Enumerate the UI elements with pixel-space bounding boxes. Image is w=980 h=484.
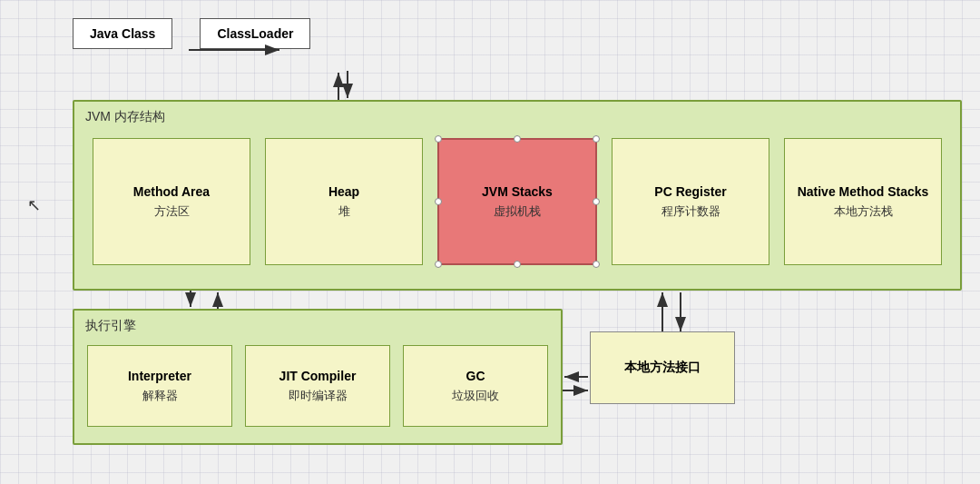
top-section: Java Class ClassLoader xyxy=(73,18,310,49)
jit-sub: 即时编译器 xyxy=(289,387,348,406)
handle-left-center xyxy=(435,198,442,205)
jvm-outer-box: JVM 内存结构 Method Area 方法区 Heap 堆 JVM Stac… xyxy=(73,100,962,291)
handle-top-center xyxy=(514,135,521,143)
method-area-sub: 方法区 xyxy=(154,202,190,222)
handle-right-center xyxy=(593,198,600,205)
method-area-title: Method Area xyxy=(133,182,210,202)
classloader-box: ClassLoader xyxy=(200,18,310,49)
handle-top-right xyxy=(593,135,600,143)
native-interface-box[interactable]: 本地方法接口 xyxy=(590,331,735,404)
exec-inner-boxes: Interpreter 解释器 JIT Compiler 即时编译器 GC 垃圾… xyxy=(87,345,548,427)
exec-label: 执行引擎 xyxy=(85,318,136,334)
cursor-icon: ↖ xyxy=(27,195,41,215)
java-class-label: Java Class xyxy=(90,26,155,41)
native-stacks-title: Native Method Stacks xyxy=(798,182,929,202)
pc-register-box[interactable]: PC Register 程序计数器 xyxy=(612,138,769,265)
interpreter-box[interactable]: Interpreter 解释器 xyxy=(87,345,232,427)
jvm-stacks-sub: 虚拟机栈 xyxy=(494,202,541,222)
handle-bottom-center xyxy=(514,261,521,268)
method-area-box[interactable]: Method Area 方法区 xyxy=(93,138,250,265)
heap-box[interactable]: Heap 堆 xyxy=(265,138,423,265)
handle-bottom-left xyxy=(435,261,442,268)
jvm-label: JVM 内存结构 xyxy=(85,109,165,125)
jvm-inner-boxes: Method Area 方法区 Heap 堆 JVM Stacks 虚拟机栈 P… xyxy=(93,138,942,265)
handle-bottom-right xyxy=(593,261,600,268)
exec-outer-box: 执行引擎 Interpreter 解释器 JIT Compiler 即时编译器 … xyxy=(73,309,563,445)
handle-top-left xyxy=(435,135,442,143)
interpreter-sub: 解释器 xyxy=(142,387,178,406)
pc-register-sub: 程序计数器 xyxy=(662,202,720,222)
gc-sub: 垃圾回收 xyxy=(452,387,499,406)
gc-title: GC xyxy=(466,366,485,386)
jvm-stacks-title: JVM Stacks xyxy=(482,182,553,202)
interpreter-title: Interpreter xyxy=(128,366,191,386)
jit-compiler-box[interactable]: JIT Compiler 即时编译器 xyxy=(245,345,390,427)
gc-box[interactable]: GC 垃圾回收 xyxy=(403,345,548,427)
heap-sub: 堆 xyxy=(338,202,350,222)
native-interface-label: 本地方法接口 xyxy=(624,360,701,376)
java-class-box: Java Class xyxy=(73,18,172,49)
native-stacks-sub: 本地方法栈 xyxy=(834,202,893,222)
jit-title: JIT Compiler xyxy=(279,366,357,386)
pc-register-title: PC Register xyxy=(654,182,726,202)
jvm-stacks-box[interactable]: JVM Stacks 虚拟机栈 xyxy=(437,138,597,265)
classloader-label: ClassLoader xyxy=(217,26,293,41)
native-stacks-box[interactable]: Native Method Stacks 本地方法栈 xyxy=(784,138,942,265)
heap-title: Heap xyxy=(328,182,359,202)
